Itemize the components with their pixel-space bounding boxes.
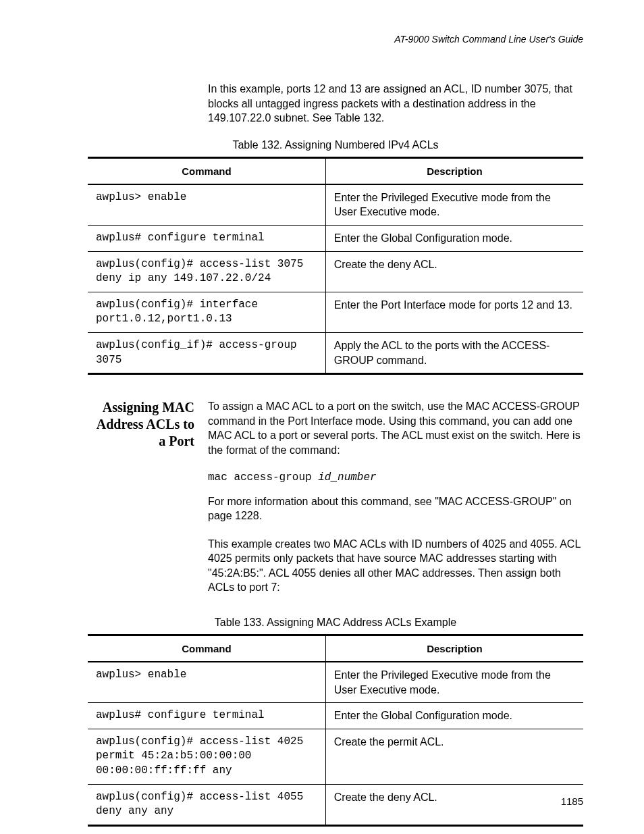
header-guide-title: AT-9000 Switch Command Line User's Guide <box>88 34 583 45</box>
table-132-header-description: Description <box>325 157 583 184</box>
table-132-cmd-4: awplus(config_if)# access-group 3075 <box>88 332 325 373</box>
table-row: awplus(config)# access-list 4055 deny an… <box>88 784 583 825</box>
table-row: awplus# configure terminal Enter the Glo… <box>88 225 583 251</box>
table-133-desc-0: Enter the Privileged Executive mode from… <box>325 662 583 703</box>
intro-block: In this example, ports 12 and 13 are ass… <box>208 82 583 126</box>
table-132-desc-1: Enter the Global Configuration mode. <box>325 225 583 251</box>
table-133-desc-2: Create the permit ACL. <box>325 729 583 784</box>
table-row: awplus(config_if)# access-group 3075 App… <box>88 332 583 373</box>
section-assigning-mac: Assigning MAC Address ACLs to a Port To … <box>88 399 583 608</box>
table-row: awplus(config)# interface port1.0.12,por… <box>88 292 583 332</box>
table-133-header-command: Command <box>88 635 325 662</box>
table-132-cmd-0: awplus> enable <box>88 184 325 226</box>
table-132: Command Description awplus> enable Enter… <box>88 157 583 375</box>
table-132-wrapper: Table 132. Assigning Numbered IPv4 ACLs … <box>88 139 583 375</box>
table-133-cmd-2: awplus(config)# access-list 4025 permit … <box>88 729 325 784</box>
code-mac-access-group: mac access-group id_number <box>208 471 583 484</box>
section-title: Assigning MAC Address ACLs to a Port <box>88 399 208 450</box>
table-132-desc-4: Apply the ACL to the ports with the ACCE… <box>325 332 583 373</box>
table-132-header-command: Command <box>88 157 325 184</box>
table-132-caption: Table 132. Assigning Numbered IPv4 ACLs <box>88 139 583 151</box>
table-132-desc-2: Create the deny ACL. <box>325 251 583 292</box>
page-number: 1185 <box>561 796 583 807</box>
table-132-cmd-1: awplus# configure terminal <box>88 225 325 251</box>
table-133: Command Description awplus> enable Enter… <box>88 634 583 827</box>
intro-para-1: In this example, ports 12 and 13 are ass… <box>208 82 583 126</box>
section2-para-3: This example creates two MAC ACLs with I… <box>208 537 583 595</box>
table-133-wrapper: Table 133. Assigning MAC Address ACLs Ex… <box>88 617 583 827</box>
section2-para-1: To assign a MAC ACL to a port on the swi… <box>208 399 583 457</box>
page: AT-9000 Switch Command Line User's Guide… <box>0 0 644 834</box>
table-133-desc-3: Create the deny ACL. <box>325 784 583 825</box>
table-133-caption: Table 133. Assigning MAC Address ACLs Ex… <box>88 617 583 629</box>
table-row: awplus(config)# access-list 4025 permit … <box>88 729 583 784</box>
section2-para-2: For more information about this command,… <box>208 494 583 523</box>
code-italic: id_number <box>318 471 376 484</box>
table-132-cmd-3: awplus(config)# interface port1.0.12,por… <box>88 292 325 332</box>
section-body: To assign a MAC ACL to a port on the swi… <box>208 399 583 608</box>
table-132-desc-3: Enter the Port Interface mode for ports … <box>325 292 583 332</box>
table-row: awplus> enable Enter the Privileged Exec… <box>88 662 583 703</box>
table-row: awplus(config)# access-list 3075 deny ip… <box>88 251 583 292</box>
table-133-cmd-3: awplus(config)# access-list 4055 deny an… <box>88 784 325 825</box>
table-row: awplus> enable Enter the Privileged Exec… <box>88 184 583 226</box>
table-133-desc-1: Enter the Global Configuration mode. <box>325 703 583 729</box>
table-132-desc-0: Enter the Privileged Executive mode from… <box>325 184 583 226</box>
table-133-cmd-0: awplus> enable <box>88 662 325 703</box>
table-133-header-description: Description <box>325 635 583 662</box>
table-133-cmd-1: awplus# configure terminal <box>88 703 325 729</box>
table-132-cmd-2: awplus(config)# access-list 3075 deny ip… <box>88 251 325 292</box>
table-row: awplus# configure terminal Enter the Glo… <box>88 703 583 729</box>
code-prefix: mac access-group <box>208 471 318 484</box>
